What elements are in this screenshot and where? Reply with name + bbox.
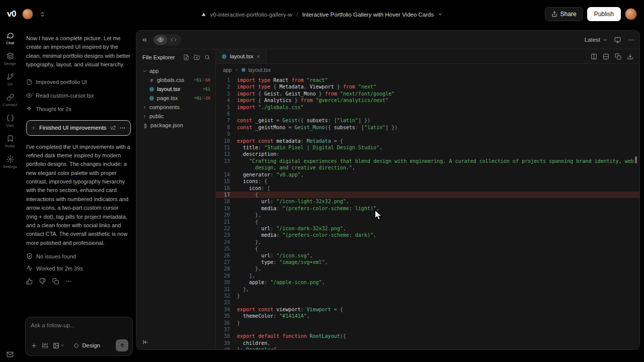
code-line[interactable]: 2import type { Metadata, Viewport } from… xyxy=(216,83,639,90)
more-options-icon[interactable] xyxy=(119,125,126,131)
code-line[interactable]: 36} xyxy=(216,320,639,326)
code-line[interactable]: 1import type React from "react" xyxy=(216,77,639,83)
chat-step[interactable]: Improved portfolio UI xyxy=(26,75,131,89)
code-line[interactable]: 39 children, xyxy=(216,340,639,346)
tree-folder-public[interactable]: public xyxy=(142,112,210,121)
code-line[interactable]: 35 themeColor: "#141414", xyxy=(216,313,639,319)
code-line[interactable]: 18 url: "/icon-light-32x32.png", xyxy=(216,198,639,205)
rail-item-rules[interactable]: Rules xyxy=(0,131,20,152)
v0-logo[interactable]: v0 xyxy=(7,9,16,19)
code-line[interactable]: 21 { xyxy=(216,219,639,225)
account-avatar[interactable] xyxy=(625,8,637,20)
close-tab-icon[interactable] xyxy=(256,54,261,59)
code-line[interactable]: 15 icons: { xyxy=(216,178,639,185)
media-picker-button[interactable] xyxy=(53,342,64,349)
tree-file-globals.css[interactable]: #globals.css+51/-58 xyxy=(142,75,210,84)
monitor-icon[interactable] xyxy=(614,37,621,43)
code-line[interactable]: design, and creative direction.", xyxy=(216,164,639,171)
editor-scrollbar-thumb[interactable] xyxy=(635,156,637,163)
collapse-chat-icon[interactable] xyxy=(141,37,148,43)
code-line[interactable]: 23 media: "(prefers-color-scheme: dark)"… xyxy=(216,232,639,238)
code-line[interactable]: 38export default function RootLayout({ xyxy=(216,333,639,339)
project-name[interactable]: v0-interactive-portfolio-gallery-w xyxy=(210,11,292,17)
code-line[interactable]: 25 { xyxy=(216,245,639,252)
rail-item-chat[interactable]: Chat xyxy=(0,28,20,49)
collapse-explorer-icon[interactable] xyxy=(142,339,149,345)
new-file-icon[interactable] xyxy=(183,54,189,60)
code-line[interactable]: 12 description: xyxy=(216,151,639,157)
code-line[interactable]: 34export const viewport: Viewport = { xyxy=(216,306,639,313)
rail-item-vars[interactable]: Vars xyxy=(0,111,20,131)
code-line[interactable]: 16 icon: [ xyxy=(216,185,639,192)
project-switcher-icon[interactable] xyxy=(39,11,46,18)
code-line[interactable]: 40}: Readonly<{ xyxy=(216,346,639,349)
code-line[interactable]: 17 { xyxy=(216,192,639,198)
tree-folder-app[interactable]: app xyxy=(142,66,210,75)
tree-file-layout.tsx[interactable]: layout.tsx+51 xyxy=(142,84,210,94)
code-line[interactable]: 19 media: "(prefers-color-scheme: light)… xyxy=(216,205,639,212)
code-line[interactable]: 37 xyxy=(216,326,639,333)
plus-icon[interactable] xyxy=(31,342,37,349)
more-actions-icon[interactable] xyxy=(65,278,72,285)
rail-item-design[interactable]: Design xyxy=(0,49,20,69)
code-line[interactable]: 27 type: "image/svg+xml", xyxy=(216,259,639,265)
version-selector[interactable]: Latest xyxy=(585,37,607,43)
thumbs-down-icon[interactable] xyxy=(39,278,46,285)
code-area[interactable]: 1import type React from "react"2import t… xyxy=(216,75,639,349)
chat-step[interactable]: Thought for 2s xyxy=(26,103,131,116)
tree-file-package.json[interactable]: {}package.json xyxy=(142,121,210,130)
code-line[interactable]: 6 xyxy=(216,111,639,117)
version-card[interactable]: Finished UI improvements v2 xyxy=(26,120,131,136)
new-folder-icon[interactable] xyxy=(194,54,200,60)
breadcrumb-file[interactable]: layout.tsx xyxy=(249,67,271,73)
tree-folder-components[interactable]: components xyxy=(142,103,210,112)
code-line[interactable]: 26 url: "/icon.svg", xyxy=(216,252,639,259)
rail-item-settings[interactable]: Settings xyxy=(0,152,20,172)
split-columns-icon[interactable] xyxy=(591,53,597,60)
sliders-icon[interactable] xyxy=(42,342,48,349)
mail-icon[interactable] xyxy=(7,351,14,358)
download-icon[interactable] xyxy=(627,53,633,60)
more-menu-icon[interactable] xyxy=(628,37,634,43)
preview-toggle[interactable] xyxy=(154,35,167,45)
code-line[interactable]: 22 url: "/icon-dark-32x32.png", xyxy=(216,225,639,232)
rail-item-connect[interactable]: Connect xyxy=(0,90,20,111)
worked-status[interactable]: Worked for 2m 39s xyxy=(26,265,131,272)
code-line[interactable]: 3import { Geist, Geist_Mono } from "next… xyxy=(216,90,639,97)
code-line[interactable]: 32} xyxy=(216,293,639,299)
search-icon[interactable] xyxy=(204,54,210,60)
code-line[interactable]: 10export const metadata: Metadata = { xyxy=(216,138,639,144)
share-button[interactable]: Share xyxy=(545,7,583,21)
code-line[interactable]: 7const _geist = Geist({ subsets: ["latin… xyxy=(216,117,639,124)
publish-button[interactable]: Publish xyxy=(587,7,621,21)
copy-file-icon[interactable] xyxy=(615,53,621,60)
thumbs-up-icon[interactable] xyxy=(26,278,33,285)
code-line[interactable]: 5import "./globals.css" xyxy=(216,104,639,111)
code-line[interactable]: 30 apple: "/apple-icon.png", xyxy=(216,279,639,286)
copy-icon[interactable] xyxy=(52,278,59,285)
split-rows-icon[interactable] xyxy=(603,53,609,60)
editor-tab-layout-tsx[interactable]: layout.tsx xyxy=(216,49,267,63)
tree-file-page.tsx[interactable]: page.tsx+81/-28 xyxy=(142,94,210,103)
code-line[interactable]: 24 }, xyxy=(216,239,639,245)
rail-item-git[interactable]: Git xyxy=(0,69,20,90)
code-line[interactable]: 33 xyxy=(216,299,639,306)
code-toggle[interactable] xyxy=(167,35,180,45)
code-line[interactable]: 14 generator: "v0.app", xyxy=(216,171,639,178)
code-line[interactable]: 8const _geistMono = Geist_Mono({ subsets… xyxy=(216,124,639,131)
code-line[interactable]: 11 title: "Studio Pixel | Digital Design… xyxy=(216,144,639,151)
code-line[interactable]: 13 "Crafting digital experiences that bl… xyxy=(216,158,639,164)
code-line[interactable]: 9 xyxy=(216,131,639,137)
code-line[interactable]: 29 ], xyxy=(216,273,639,279)
design-mode-button[interactable]: Design xyxy=(73,342,100,348)
chevron-down-icon[interactable] xyxy=(438,12,443,17)
chat-title[interactable]: Interactive Portfolio Gallery with Hover… xyxy=(302,11,434,17)
code-line[interactable]: 20 }, xyxy=(216,212,639,218)
user-avatar[interactable] xyxy=(22,9,33,20)
code-line[interactable]: 4import { Analytics } from "@vercel/anal… xyxy=(216,97,639,104)
send-button[interactable] xyxy=(116,339,128,351)
chat-step[interactable]: Read custom-cursor.tsx xyxy=(26,89,131,103)
followup-input[interactable]: Ask a follow-up... xyxy=(31,322,127,328)
code-line[interactable]: 28 }, xyxy=(216,265,639,272)
code-line[interactable]: 31 }, xyxy=(216,286,639,293)
